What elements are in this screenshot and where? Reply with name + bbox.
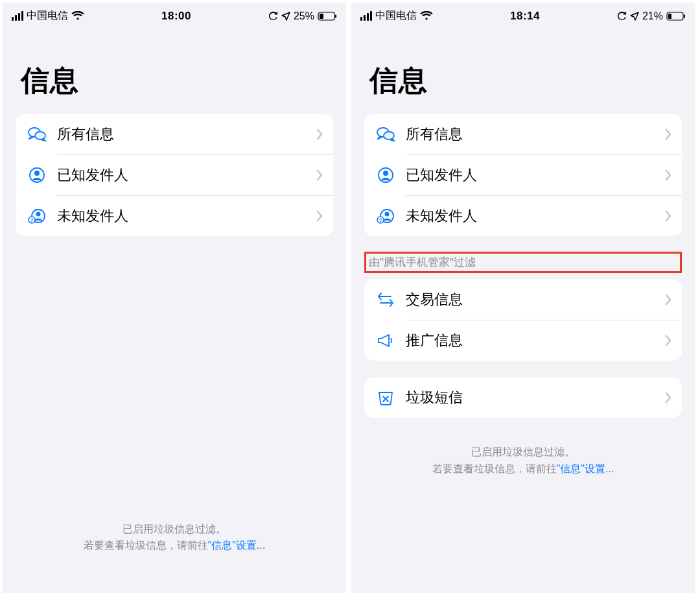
row-label: 推广信息 xyxy=(406,331,665,350)
content-left: 所有信息 已知发件人 ? 未知发件人 xyxy=(3,114,346,593)
settings-link[interactable]: "信息"设置... xyxy=(557,463,614,474)
page-title: 信息 xyxy=(351,28,695,114)
row-unknown-senders[interactable]: ? 未知发件人 xyxy=(16,196,333,236)
filter-card: 交易信息 推广信息 xyxy=(364,280,682,361)
battery-icon xyxy=(666,12,686,21)
filter-section-header-highlight: 由"腾讯手机管家"过滤 xyxy=(364,252,682,273)
location-icon xyxy=(281,12,290,21)
footer-line2-pre: 若要查看垃圾信息，请前往 xyxy=(84,540,208,551)
row-junk[interactable]: 垃圾短信 xyxy=(364,378,682,418)
svg-text:?: ? xyxy=(379,217,382,223)
svg-point-17 xyxy=(383,171,388,176)
status-bar: 中国电信 18:14 21% xyxy=(351,3,695,28)
filter-section-header: 由"腾讯手机管家"过滤 xyxy=(369,256,476,269)
person-question-icon: ? xyxy=(375,208,397,224)
carrier-label: 中国电信 xyxy=(375,9,417,23)
phone-right: 中国电信 18:14 21% 信息 所有信息 xyxy=(351,3,695,593)
settings-link[interactable]: "信息"设置... xyxy=(208,540,266,551)
location-icon xyxy=(630,12,639,21)
row-label: 所有信息 xyxy=(406,125,665,144)
status-left: 中国电信 xyxy=(12,9,84,23)
wifi-icon xyxy=(420,11,433,21)
chevron-right-icon xyxy=(665,392,671,403)
svg-rect-12 xyxy=(668,14,671,19)
row-label: 未知发件人 xyxy=(57,206,316,226)
chevron-right-icon xyxy=(316,210,323,222)
row-all-messages[interactable]: 所有信息 xyxy=(364,114,682,154)
row-transactions[interactable]: 交易信息 xyxy=(364,280,682,320)
chat-bubbles-icon xyxy=(26,126,48,143)
messages-card: 所有信息 已知发件人 ? 未知发件人 xyxy=(364,114,682,236)
junk-card: 垃圾短信 xyxy=(364,378,682,418)
footer-line1: 已启用垃圾信息过滤。 xyxy=(84,521,266,538)
status-bar: 中国电信 18:00 25% xyxy=(3,3,346,28)
chevron-right-icon xyxy=(665,169,671,181)
footer-line2-pre: 若要查看垃圾信息，请前往 xyxy=(432,463,557,474)
row-label: 交易信息 xyxy=(406,290,665,309)
row-label: 已知发件人 xyxy=(57,165,316,185)
svg-point-15 xyxy=(384,132,394,139)
wifi-icon xyxy=(71,11,84,21)
messages-card: 所有信息 已知发件人 ? 未知发件人 xyxy=(16,114,333,236)
row-known-senders[interactable]: 已知发件人 xyxy=(364,155,682,195)
svg-rect-2 xyxy=(335,14,336,18)
svg-point-4 xyxy=(35,132,45,139)
row-promotions[interactable]: 推广信息 xyxy=(364,320,682,361)
status-left: 中国电信 xyxy=(360,9,433,23)
svg-point-6 xyxy=(34,171,40,176)
footer-line1: 已启用垃圾信息过滤。 xyxy=(384,444,662,461)
chevron-right-icon xyxy=(316,169,323,181)
rotation-lock-icon xyxy=(617,11,627,21)
battery-pct: 21% xyxy=(642,10,663,22)
person-circle-icon xyxy=(375,167,397,184)
person-circle-icon xyxy=(26,167,48,184)
battery-pct: 25% xyxy=(294,10,314,22)
signal-icon xyxy=(360,11,372,21)
svg-point-19 xyxy=(385,212,390,217)
svg-rect-13 xyxy=(684,14,685,18)
phone-left: 中国电信 18:00 25% 信息 所有信息 xyxy=(3,3,346,593)
chat-bubbles-icon xyxy=(375,126,397,143)
carrier-label: 中国电信 xyxy=(27,9,68,23)
clock: 18:14 xyxy=(510,10,540,23)
clock: 18:00 xyxy=(161,10,191,23)
battery-icon xyxy=(318,12,337,21)
chevron-right-icon xyxy=(316,128,323,140)
transfer-arrows-icon xyxy=(375,292,397,307)
junk-bin-icon xyxy=(375,390,397,405)
person-question-icon: ? xyxy=(26,208,48,224)
footer-note: 已启用垃圾信息过滤。 若要查看垃圾信息，请前往"信息"设置... xyxy=(364,444,682,477)
signal-icon xyxy=(12,11,23,21)
row-label: 所有信息 xyxy=(57,125,316,144)
svg-point-8 xyxy=(36,212,41,217)
status-right: 21% xyxy=(617,10,686,22)
content-right: 所有信息 已知发件人 ? 未知发件人 xyxy=(351,114,695,593)
chevron-right-icon xyxy=(665,210,671,222)
row-known-senders[interactable]: 已知发件人 xyxy=(16,155,333,195)
chevron-right-icon xyxy=(665,294,671,306)
megaphone-icon xyxy=(375,333,397,348)
row-label: 垃圾短信 xyxy=(406,388,665,407)
row-label: 未知发件人 xyxy=(406,206,665,226)
row-all-messages[interactable]: 所有信息 xyxy=(16,114,333,154)
status-right: 25% xyxy=(268,10,337,22)
rotation-lock-icon xyxy=(268,11,278,21)
svg-text:?: ? xyxy=(30,217,34,223)
row-label: 已知发件人 xyxy=(406,165,665,185)
page-title: 信息 xyxy=(3,28,346,114)
row-unknown-senders[interactable]: ? 未知发件人 xyxy=(364,196,682,236)
chevron-right-icon xyxy=(665,128,671,140)
footer-note: 已启用垃圾信息过滤。 若要查看垃圾信息，请前往"信息"设置... xyxy=(64,521,285,554)
chevron-right-icon xyxy=(665,335,671,346)
svg-rect-1 xyxy=(320,14,323,19)
